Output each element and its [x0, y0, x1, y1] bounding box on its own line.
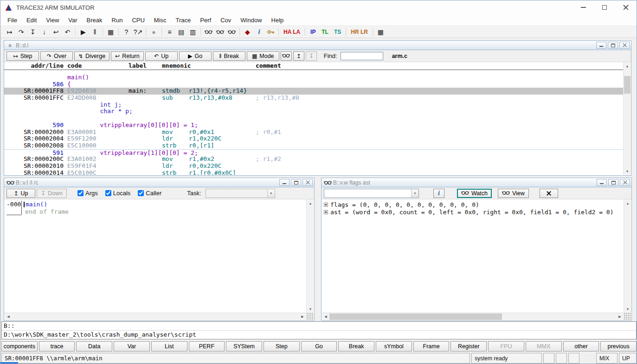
- list-go-button[interactable]: ▶ Go: [179, 51, 212, 61]
- go-down-button[interactable]: ↓: [39, 26, 50, 37]
- softkey-button[interactable]: List: [151, 341, 187, 351]
- go-return-button[interactable]: ↩: [50, 26, 62, 37]
- scroll-down-arrow[interactable]: ▼: [624, 167, 631, 175]
- watch-close-button[interactable]: [620, 179, 630, 186]
- list-break-button[interactable]: ‖ Break: [213, 51, 245, 61]
- scroll-left-arrow[interactable]: ◀: [5, 313, 12, 320]
- softkey-button[interactable]: trace: [39, 341, 75, 351]
- list-maximize-button[interactable]: [608, 42, 618, 49]
- frame-minimize-button[interactable]: [279, 179, 290, 186]
- menu-item[interactable]: Cov: [216, 15, 236, 25]
- softkey-button[interactable]: Step: [264, 341, 300, 351]
- watch-horizontal-scrollbar[interactable]: ◀ ▶: [322, 313, 624, 320]
- softkey-button[interactable]: sYmbol: [376, 341, 412, 351]
- view-glasses-button[interactable]: [214, 26, 226, 37]
- code-row[interactable]: SR:00002004 E59F1200 ldr r1,0x220C: [4, 135, 623, 142]
- watch-vertical-scrollbar[interactable]: ▲ ▼: [624, 199, 631, 313]
- code-row[interactable]: SR:00002000 E3A00001 mov r0,#0x1 ; r0,#1: [4, 129, 623, 136]
- softkey-button[interactable]: components: [1, 341, 38, 351]
- system-info-button[interactable]: i: [253, 26, 265, 37]
- go-button[interactable]: ▶: [77, 26, 89, 37]
- code-row[interactable]: 586 {: [4, 81, 623, 88]
- command-prompt[interactable]: B::: [2, 322, 636, 331]
- frame-up-button[interactable]: ↥ Up: [6, 189, 35, 198]
- step-over-button[interactable]: ↷: [15, 26, 27, 37]
- list-source-button[interactable]: ≡: [164, 26, 175, 37]
- code-row[interactable]: SR:00001FF8 E92D4030 main: stmdb r13!,{r…: [4, 88, 623, 95]
- watch-window-titlebar[interactable]: B::v.w flags ast: [322, 178, 631, 187]
- menu-item[interactable]: Edit: [22, 15, 41, 25]
- step-out-button[interactable]: ↧: [27, 26, 39, 37]
- checkbox-input[interactable]: [77, 190, 84, 196]
- watch-glasses-button[interactable]: [203, 26, 214, 37]
- scroll-up-arrow[interactable]: ▲: [307, 199, 314, 207]
- task-combo[interactable]: ▼: [206, 189, 275, 198]
- frame-close-button[interactable]: [302, 179, 313, 186]
- app-minimize-button[interactable]: [573, 0, 594, 14]
- frame-entry[interactable]: main(): [24, 201, 47, 208]
- app-titlebar[interactable]: TRACE32 ARM SIMULATOR: [0, 0, 637, 14]
- ts-button[interactable]: TS: [331, 26, 344, 37]
- stop-button[interactable]: ●: [148, 26, 160, 37]
- watch-info-button[interactable]: i: [433, 189, 444, 198]
- var-glasses-button[interactable]: [226, 26, 238, 37]
- softkey-button[interactable]: MMX: [526, 341, 562, 351]
- frame-maximize-button[interactable]: [291, 179, 301, 186]
- frame-option-checkbox[interactable]: Args: [77, 190, 98, 197]
- menu-item[interactable]: Misc: [149, 15, 171, 25]
- go-up-button[interactable]: ↶: [62, 26, 73, 37]
- code-row[interactable]: char * p;: [4, 108, 623, 115]
- breakpoint-list-button[interactable]: ◆: [242, 26, 253, 37]
- register-view-button[interactable]: ▥: [187, 26, 199, 37]
- keyboard-button[interactable]: ▦: [375, 26, 386, 37]
- softkey-button[interactable]: Break: [338, 341, 374, 351]
- softkey-button[interactable]: other: [563, 341, 599, 351]
- menu-item[interactable]: Var: [64, 15, 82, 25]
- expand-toggle-icon[interactable]: [324, 203, 328, 207]
- softkey-button[interactable]: Var: [114, 341, 150, 351]
- help-button[interactable]: ?: [121, 26, 132, 37]
- menu-item[interactable]: Break: [82, 15, 107, 25]
- code-row[interactable]: SR:00002014 E5C0100C strb r1,[r0,#0x0C]: [4, 170, 623, 175]
- tl-button[interactable]: TL: [319, 26, 331, 37]
- menu-item[interactable]: CPU: [127, 15, 149, 25]
- softkey-button[interactable]: PERF: [189, 341, 225, 351]
- ha-la-button[interactable]: HA LA: [281, 26, 303, 37]
- watch-view-button[interactable]: View: [498, 189, 529, 198]
- frame-option-checkbox[interactable]: Locals: [105, 190, 131, 197]
- menu-item[interactable]: Trace: [171, 15, 196, 25]
- list-watch-glasses-button[interactable]: [281, 51, 292, 61]
- softkey-button[interactable]: previous: [600, 341, 637, 351]
- scroll-thumb[interactable]: [329, 313, 502, 320]
- softkey-button[interactable]: Register: [450, 341, 487, 351]
- combo-dropdown-icon[interactable]: ▼: [411, 189, 418, 198]
- app-close-button[interactable]: [615, 0, 637, 14]
- combo-dropdown-icon[interactable]: ▼: [267, 189, 275, 198]
- ip-button[interactable]: IP: [307, 26, 319, 37]
- code-row[interactable]: SR:0000200C E3A01002 mov r1,#0x2 ; r1,#2: [4, 156, 623, 163]
- softkey-button[interactable]: SYStem: [226, 341, 262, 351]
- menu-item[interactable]: Perf: [195, 15, 216, 25]
- list-window-titlebar[interactable]: ≡ B::d.l: [4, 41, 631, 50]
- watch-maximize-button[interactable]: [608, 179, 618, 186]
- list-go-bottom-button[interactable]: ↧: [306, 51, 317, 61]
- softkey-button[interactable]: FPU: [488, 341, 524, 351]
- list-mode-button[interactable]: ▦ Mode: [247, 51, 279, 61]
- frame-option-checkbox[interactable]: Caller: [138, 190, 161, 197]
- scroll-down-arrow[interactable]: ▼: [307, 305, 314, 313]
- find-input[interactable]: [341, 52, 383, 60]
- checkbox-input[interactable]: [138, 190, 144, 196]
- scroll-up-arrow[interactable]: ▲: [624, 199, 631, 207]
- break-button[interactable]: ‖: [89, 26, 101, 37]
- code-row[interactable]: 591 vtripplearray[1][0][0] = 2;: [4, 149, 623, 156]
- list-close-button[interactable]: [619, 42, 630, 49]
- scroll-thumb[interactable]: [624, 76, 631, 94]
- memory-dump-button[interactable]: ▤: [175, 26, 187, 37]
- code-row[interactable]: SR:00002008 E5C10000 strb r0,[r1]: [4, 142, 623, 149]
- scroll-up-arrow[interactable]: ▲: [624, 62, 631, 70]
- checkbox-input[interactable]: [105, 190, 111, 196]
- softkey-button[interactable]: Go: [301, 341, 337, 351]
- code-row[interactable]: int j;: [4, 102, 623, 109]
- list-up-button[interactable]: ↶ Up: [145, 51, 178, 61]
- list-vertical-scrollbar[interactable]: ▲ ▼: [623, 62, 631, 175]
